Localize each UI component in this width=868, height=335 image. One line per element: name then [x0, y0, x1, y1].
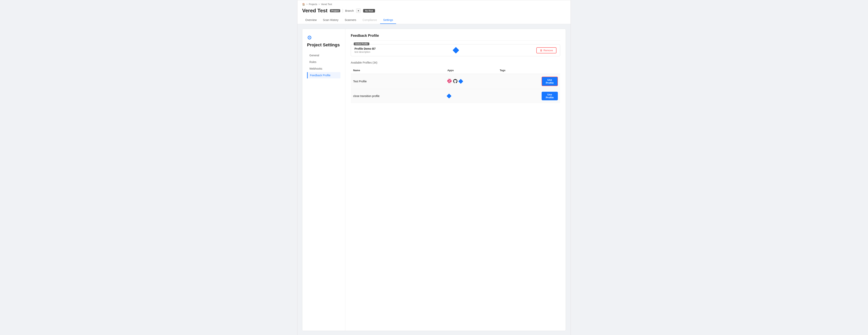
sidebar-menu: General Rules Webhooks Feedback Profile	[307, 52, 340, 78]
use-profile-button[interactable]: Use Profile	[541, 77, 558, 86]
available-profiles-title-prefix: Available Profiles	[351, 61, 372, 64]
trash-icon: 🗑	[540, 49, 542, 52]
github-icon	[453, 79, 458, 84]
profile-apps-close	[445, 89, 497, 103]
col-name: Name	[351, 67, 445, 74]
slack-icon	[447, 79, 452, 84]
active-profile-name: Profile Demo B7	[354, 47, 376, 50]
tab-settings[interactable]: Settings	[380, 17, 396, 24]
available-profiles-count: 34	[373, 61, 377, 64]
table-row: Test Profile	[351, 74, 560, 89]
breadcrumb: 🏠 > Projects > Vered Test	[302, 3, 566, 6]
active-profile-app-icons	[454, 48, 458, 53]
active-profile-description: test description	[354, 51, 376, 53]
profile-action-test: Use Profile	[539, 74, 560, 89]
content-area: Feedback Profile Active Profile Profile …	[345, 29, 566, 331]
diamond-icon	[453, 47, 459, 54]
sidebar-item-feedback-profile[interactable]: Feedback Profile	[307, 72, 340, 78]
active-profile-info: Profile Demo B7 test description	[354, 47, 376, 53]
sidebar-title: Project Settings	[307, 43, 340, 48]
active-profile-badge: Active Profile	[354, 43, 369, 45]
chevron-down-icon	[358, 9, 359, 12]
diamond-small-icon	[458, 79, 463, 84]
active-profile-card: Active Profile Profile Demo B7 test desc…	[351, 44, 560, 56]
sidebar-item-general[interactable]: General	[307, 52, 340, 58]
col-tags: Tags	[497, 67, 539, 74]
tab-overview[interactable]: Overview	[302, 17, 320, 24]
no-risk-badge: No Risk	[363, 9, 375, 12]
branch-dropdown[interactable]	[356, 8, 361, 13]
apps-cell-close	[447, 94, 495, 98]
use-profile-button-2[interactable]: Use Profile	[541, 92, 558, 100]
gear-icon: ⚙	[307, 34, 340, 41]
profile-tags-test	[497, 74, 539, 89]
tab-scan-history[interactable]: Scan History	[320, 17, 341, 24]
breadcrumb-sep-1: >	[306, 3, 308, 6]
breadcrumb-sep-2: >	[318, 3, 320, 6]
col-apps: Apps	[445, 67, 497, 74]
profile-apps-test	[445, 74, 497, 89]
profile-action-close: Use Profile	[539, 89, 560, 103]
remove-button[interactable]: 🗑 Remove	[536, 47, 556, 53]
sidebar: ⚙ Project Settings General Rules Webhook…	[302, 29, 345, 331]
profile-name-close: close transition profile	[351, 89, 445, 103]
profile-tags-close	[497, 89, 539, 103]
profile-name-test: Test Profile	[351, 74, 445, 89]
tab-compliance: Compliance	[360, 17, 380, 24]
sidebar-item-rules[interactable]: Rules	[307, 59, 340, 65]
branch-label: Branch	[345, 9, 354, 12]
apps-cell	[447, 79, 495, 84]
remove-button-label: Remove	[544, 49, 553, 52]
nav-tabs: Overview Scan History Scanners Complianc…	[302, 17, 566, 24]
inner-card: ⚙ Project Settings General Rules Webhook…	[302, 29, 566, 331]
available-profiles-header: Available Profiles (34)	[351, 61, 560, 64]
col-action	[539, 67, 560, 74]
main-content: ⚙ Project Settings General Rules Webhook…	[298, 24, 570, 335]
tab-scanners[interactable]: Scanners	[342, 17, 360, 24]
breadcrumb-projects[interactable]: Projects	[309, 3, 317, 6]
home-icon: 🏠	[302, 3, 305, 6]
table-row: close transition profile Use Profile	[351, 89, 560, 103]
page-title: Vered Test	[302, 8, 328, 14]
breadcrumb-project[interactable]: Vered Test	[321, 3, 332, 6]
diamond-icon-close	[447, 93, 452, 99]
sidebar-item-webhooks[interactable]: Webhooks	[307, 65, 340, 72]
project-badge: Project	[330, 9, 340, 12]
section-title: Feedback Profile	[351, 34, 560, 41]
title-row: Vered Test Project Branch No Risk	[302, 8, 566, 14]
profiles-table: Name Apps Tags Test Profile	[351, 67, 560, 103]
